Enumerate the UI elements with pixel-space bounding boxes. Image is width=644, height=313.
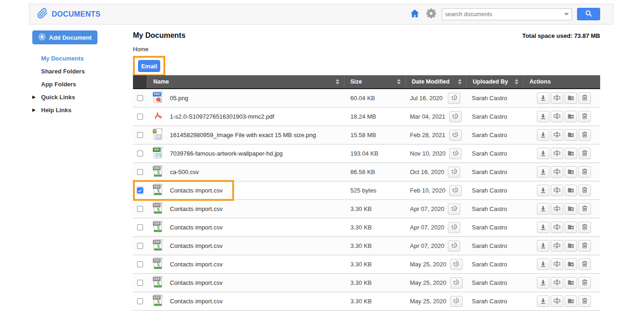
- download-button[interactable]: [537, 259, 549, 270]
- file-name[interactable]: Contacts import.csv: [170, 205, 223, 212]
- expand-arrow-icon[interactable]: ▶: [32, 108, 41, 112]
- move-to-folder-button[interactable]: [565, 166, 577, 178]
- move-to-folder-button[interactable]: [565, 222, 577, 233]
- move-to-folder-button[interactable]: [565, 129, 577, 141]
- move-to-folder-button[interactable]: [565, 295, 577, 307]
- row-checkbox[interactable]: [137, 132, 143, 138]
- column-header-size[interactable]: Size: [344, 75, 405, 88]
- download-button[interactable]: [537, 185, 549, 196]
- version-history-button[interactable]: [448, 241, 460, 252]
- column-header-name[interactable]: Name: [147, 75, 344, 88]
- file-name[interactable]: Contacts import.csv: [170, 242, 223, 249]
- rename-button[interactable]: [551, 166, 563, 178]
- delete-button[interactable]: [578, 185, 591, 196]
- delete-button[interactable]: [578, 166, 591, 178]
- rename-button[interactable]: [551, 111, 563, 122]
- version-history-button[interactable]: [449, 130, 462, 141]
- delete-button[interactable]: [578, 240, 591, 252]
- delete-button[interactable]: [578, 295, 591, 307]
- sort-icon[interactable]: [515, 79, 518, 84]
- version-history-button[interactable]: [448, 204, 460, 215]
- column-header-user[interactable]: Uploaded By: [466, 75, 523, 88]
- row-checkbox[interactable]: [137, 280, 143, 286]
- rename-button[interactable]: [551, 185, 563, 196]
- sidebar-item-quick-links[interactable]: ▶Quick Links: [32, 90, 132, 103]
- expand-arrow-icon[interactable]: ▶: [32, 95, 41, 99]
- move-to-folder-button[interactable]: [565, 92, 577, 104]
- sort-icon[interactable]: [458, 79, 462, 84]
- rename-button[interactable]: [551, 92, 563, 104]
- move-to-folder-button[interactable]: [565, 203, 577, 215]
- rename-button[interactable]: [551, 203, 563, 215]
- delete-button[interactable]: [578, 129, 591, 141]
- row-checkbox[interactable]: [137, 169, 143, 175]
- delete-button[interactable]: [578, 222, 591, 233]
- download-button[interactable]: [537, 129, 549, 141]
- sort-icon[interactable]: [397, 79, 401, 84]
- delete-button[interactable]: [578, 148, 591, 159]
- file-name[interactable]: ca-500.csv: [170, 169, 199, 175]
- version-history-button[interactable]: [450, 259, 463, 270]
- download-button[interactable]: [537, 222, 549, 233]
- sort-icon[interactable]: [336, 79, 339, 84]
- row-checkbox[interactable]: [137, 114, 143, 120]
- search-dropdown-caret[interactable]: [561, 13, 572, 16]
- search-input[interactable]: [442, 11, 561, 18]
- download-button[interactable]: [537, 166, 549, 178]
- version-history-button[interactable]: [450, 296, 463, 307]
- rename-button[interactable]: [551, 129, 563, 141]
- breadcrumb[interactable]: Home: [133, 46, 148, 53]
- file-name[interactable]: Contacts import.csv: [170, 187, 223, 194]
- row-checkbox[interactable]: [137, 206, 143, 212]
- sidebar-item-shared-folders[interactable]: Shared Folders: [32, 65, 132, 78]
- sidebar-item-app-folders[interactable]: App Folders: [32, 78, 132, 90]
- delete-button[interactable]: [578, 111, 591, 122]
- version-history-button[interactable]: [448, 222, 460, 233]
- download-button[interactable]: [537, 148, 549, 159]
- rename-button[interactable]: [551, 148, 563, 159]
- row-checkbox[interactable]: [137, 150, 143, 156]
- download-button[interactable]: [537, 295, 549, 307]
- file-name[interactable]: Contacts import.csv: [170, 298, 223, 305]
- sidebar-item-my-documents[interactable]: My Documents: [32, 52, 132, 65]
- file-name[interactable]: Contacts import.csv: [170, 279, 223, 286]
- download-button[interactable]: [537, 240, 549, 252]
- row-checkbox[interactable]: [137, 243, 143, 249]
- move-to-folder-button[interactable]: [565, 240, 577, 252]
- version-history-button[interactable]: [449, 148, 462, 159]
- sidebar-item-help-links[interactable]: ▶Help Links: [32, 103, 132, 116]
- column-header-date[interactable]: Date Modified: [405, 75, 466, 88]
- home-button[interactable]: [409, 8, 421, 20]
- download-button[interactable]: [537, 111, 549, 122]
- move-to-folder-button[interactable]: [565, 259, 577, 270]
- search-button[interactable]: [577, 8, 600, 20]
- row-checkbox[interactable]: [137, 261, 143, 267]
- delete-button[interactable]: [578, 203, 591, 215]
- file-name[interactable]: 1-s2.0-S1097276516301903-mmc2.pdf: [170, 113, 274, 120]
- delete-button[interactable]: [578, 277, 591, 289]
- download-button[interactable]: [537, 92, 549, 104]
- file-name[interactable]: 1614582980959_Image File with exact 15 M…: [170, 132, 316, 138]
- rename-button[interactable]: [551, 277, 563, 289]
- row-checkbox[interactable]: [137, 187, 143, 193]
- download-button[interactable]: [537, 277, 549, 289]
- rename-button[interactable]: [551, 259, 563, 270]
- download-button[interactable]: [537, 203, 549, 215]
- email-button[interactable]: Email: [138, 60, 160, 72]
- delete-button[interactable]: [578, 92, 591, 104]
- add-document-button[interactable]: Add Document: [32, 30, 97, 44]
- version-history-button[interactable]: [449, 185, 462, 196]
- rename-button[interactable]: [551, 222, 563, 233]
- row-checkbox[interactable]: [137, 95, 143, 101]
- move-to-folder-button[interactable]: [565, 111, 577, 122]
- rename-button[interactable]: [551, 240, 563, 252]
- move-to-folder-button[interactable]: [565, 148, 577, 159]
- move-to-folder-button[interactable]: [565, 277, 577, 289]
- version-history-button[interactable]: [448, 93, 460, 104]
- file-name[interactable]: Contacts import.csv: [170, 224, 223, 231]
- version-history-button[interactable]: [449, 111, 462, 122]
- delete-button[interactable]: [578, 259, 591, 270]
- settings-button[interactable]: [426, 8, 437, 20]
- rename-button[interactable]: [551, 295, 563, 307]
- row-checkbox[interactable]: [137, 298, 143, 304]
